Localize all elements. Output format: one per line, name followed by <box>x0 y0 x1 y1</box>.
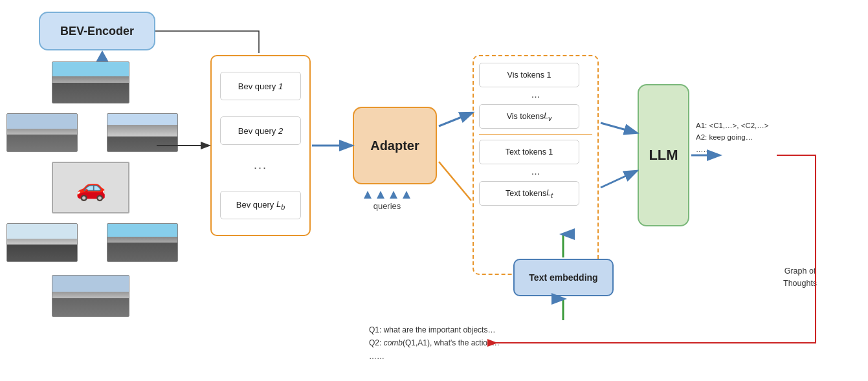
text-tokens-section: Text tokens 1 ··· Text tokens Lt <box>479 140 592 206</box>
bev-query-dots: ··· <box>254 161 267 175</box>
camera-right-top <box>107 113 178 152</box>
text-embedding-box: Text embedding <box>513 259 614 296</box>
camera-bottom <box>52 275 129 317</box>
llm-output-line1: A1: <C1,…>, <C2,…> <box>696 120 769 131</box>
camera-left-top <box>6 113 78 152</box>
arrow-adapter-to-vis-tokens <box>439 113 471 126</box>
query-arrow-2 <box>377 191 384 199</box>
llm-output-line2: A2: keep going… <box>696 131 769 143</box>
bev-encoder-box: BEV-Encoder <box>39 12 155 50</box>
text-token-dots: ··· <box>479 168 592 180</box>
text-token-1: Text tokens 1 <box>479 140 579 164</box>
got-line1: Graph of <box>783 265 817 278</box>
query-line2: Q2: comb(Q1,A1), what's the action… <box>369 336 500 349</box>
llm-output: A1: <C1,…>, <C2,…> A2: keep going… …… <box>696 120 769 155</box>
arrow-adapter-to-text-tokens <box>439 162 471 201</box>
queries-arrows <box>364 191 410 199</box>
bev-query-item-lb: Bev query Lb <box>220 191 301 219</box>
llm-label: LLM <box>649 147 678 164</box>
tokens-outer-box: Vis tokens 1 ··· Vis tokens Lv Text toke… <box>473 55 599 275</box>
camera-left-bottom <box>6 223 78 262</box>
query-text-area: Q1: what are the important objects… Q2: … <box>369 323 500 363</box>
arrow-cameras-to-bev-head <box>96 50 109 62</box>
camera-top <box>52 61 129 103</box>
line-bev-encoder-to-query-top <box>155 31 259 53</box>
text-token-lt: Text tokens Lt <box>479 181 579 206</box>
vis-token-lv: Vis tokens Lv <box>479 104 579 129</box>
queries-label: queries <box>373 201 401 211</box>
bev-query-item-2: Bev query 2 <box>220 116 301 145</box>
query-line3: …… <box>369 350 500 363</box>
architecture-diagram: BEV-Encoder 🚗 Bev query 1 Bev query 2 ··… <box>0 0 868 381</box>
query-arrow-1 <box>364 191 372 199</box>
query-line1: Q1: what are the important objects… <box>369 323 500 336</box>
bev-query-item-1: Bev query 1 <box>220 72 301 100</box>
bev-encoder-label: BEV-Encoder <box>60 25 134 38</box>
llm-box: LLM <box>638 84 689 226</box>
arrow-vis-tokens-to-llm <box>601 123 636 133</box>
got-line2: Thoughts <box>783 278 817 290</box>
llm-output-line3: …… <box>696 144 769 155</box>
vis-token-1: Vis tokens 1 <box>479 63 579 87</box>
text-embedding-label: Text embedding <box>529 272 597 283</box>
query-arrow-4 <box>403 191 410 199</box>
graph-of-thoughts-label: Graph of Thoughts <box>783 265 817 290</box>
vis-tokens-section: Vis tokens 1 ··· Vis tokens Lv <box>479 63 592 129</box>
adapter-box: Adapter <box>353 107 437 184</box>
camera-images: 🚗 <box>6 61 194 275</box>
vis-token-dots: ··· <box>479 91 592 103</box>
camera-center-car: 🚗 <box>52 162 129 213</box>
arrow-text-tokens-to-llm <box>601 171 636 188</box>
query-arrow-3 <box>390 191 397 199</box>
car-icon: 🚗 <box>76 173 106 202</box>
token-divider <box>479 134 592 135</box>
adapter-label: Adapter <box>370 138 419 153</box>
camera-right-bottom <box>107 223 178 262</box>
queries-area: queries <box>364 191 410 211</box>
bev-query-box: Bev query 1 Bev query 2 ··· Bev query Lb <box>210 55 311 236</box>
